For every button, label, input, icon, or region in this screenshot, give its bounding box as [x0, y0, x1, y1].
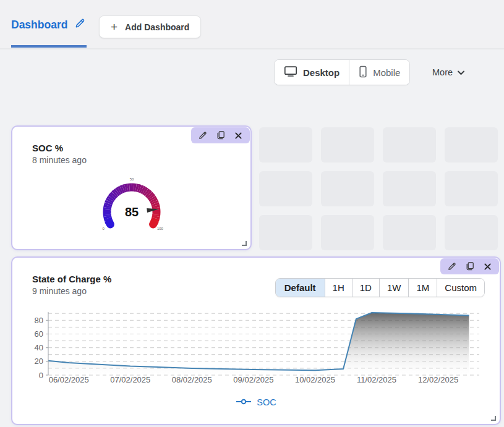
- tab-dashboard-label: Dashboard: [11, 19, 67, 32]
- edit-widget-icon[interactable]: [198, 130, 208, 140]
- gauge-widget-actions: [191, 127, 250, 143]
- copy-widget-icon[interactable]: [216, 130, 226, 140]
- gauge-resize-handle[interactable]: [242, 241, 247, 246]
- tab-bar: Dashboard + Add Dashboard: [0, 0, 504, 49]
- soc-gauge: 05010085: [85, 167, 178, 238]
- edit-widget-icon[interactable]: [447, 261, 457, 271]
- mobile-icon: [359, 66, 367, 80]
- time-range-group: Default1H1D1W1MCustom: [275, 278, 485, 297]
- placeholder-tile: [383, 127, 436, 163]
- svg-text:07/02/2025: 07/02/2025: [110, 375, 150, 384]
- plus-icon: +: [111, 21, 117, 33]
- desktop-label: Desktop: [303, 67, 340, 78]
- legend-label: SOC: [257, 397, 276, 407]
- placeholder-tile: [445, 171, 498, 206]
- placeholder-tile: [383, 171, 436, 206]
- chevron-down-icon: [458, 67, 464, 77]
- add-dashboard-button[interactable]: + Add Dashboard: [99, 15, 201, 38]
- desktop-icon: [284, 66, 297, 79]
- time-range-1m[interactable]: 1M: [408, 279, 437, 297]
- svg-text:100: 100: [156, 227, 163, 230]
- placeholder-grid: [259, 127, 498, 250]
- active-tab-underline: [11, 45, 87, 48]
- svg-text:11/02/2025: 11/02/2025: [357, 375, 396, 384]
- tab-dashboard[interactable]: Dashboard: [11, 17, 86, 32]
- chart-widget-actions: [440, 258, 499, 274]
- close-widget-icon[interactable]: [234, 131, 243, 140]
- svg-text:06/02/2025: 06/02/2025: [49, 375, 89, 384]
- time-range-1w[interactable]: 1W: [379, 279, 409, 297]
- more-label: More: [432, 67, 453, 77]
- svg-text:85: 85: [124, 205, 138, 219]
- chart-resize-handle[interactable]: [491, 416, 496, 421]
- state-of-charge-widget: State of Charge % 9 minutes ago Default1…: [11, 256, 501, 425]
- chart-widget-title: State of Charge %: [32, 274, 111, 284]
- placeholder-tile: [445, 127, 498, 163]
- time-range-default[interactable]: Default: [276, 279, 325, 297]
- add-dashboard-label: Add Dashboard: [125, 22, 189, 32]
- placeholder-tile: [383, 215, 436, 250]
- close-widget-icon[interactable]: [483, 262, 492, 271]
- device-view-toggle: Desktop Mobile: [274, 59, 410, 85]
- time-range-1h[interactable]: 1H: [325, 279, 352, 297]
- soc-gauge-widget: SOC % 8 minutes ago 05010085: [11, 125, 252, 250]
- placeholder-tile: [321, 215, 374, 250]
- placeholder-tile: [259, 127, 312, 163]
- chart-legend[interactable]: SOC: [12, 397, 500, 407]
- svg-text:0: 0: [39, 371, 43, 380]
- svg-text:50: 50: [129, 177, 134, 181]
- gauge-widget-title: SOC %: [32, 143, 87, 153]
- placeholder-tile: [259, 171, 312, 206]
- mobile-view-button[interactable]: Mobile: [349, 60, 409, 85]
- svg-text:40: 40: [35, 343, 43, 352]
- edit-dashboard-icon[interactable]: [74, 17, 86, 32]
- placeholder-tile: [259, 215, 312, 250]
- placeholder-tile: [321, 127, 374, 163]
- svg-text:12/02/2025: 12/02/2025: [418, 375, 458, 384]
- svg-text:09/02/2025: 09/02/2025: [233, 375, 273, 384]
- legend-marker: [236, 397, 252, 407]
- desktop-view-button[interactable]: Desktop: [275, 60, 349, 85]
- placeholder-tile: [321, 171, 374, 206]
- time-range-custom[interactable]: Custom: [437, 279, 484, 297]
- soc-chart: 02040608006/02/202507/02/202508/02/20250…: [17, 307, 496, 390]
- svg-text:10/02/2025: 10/02/2025: [295, 375, 335, 384]
- more-button[interactable]: More: [432, 67, 464, 77]
- placeholder-tile: [445, 215, 498, 250]
- time-range-1d[interactable]: 1D: [352, 279, 379, 297]
- svg-text:80: 80: [35, 316, 43, 325]
- chart-widget-updated: 9 minutes ago: [32, 286, 111, 296]
- copy-widget-icon[interactable]: [465, 261, 475, 271]
- gauge-widget-updated: 8 minutes ago: [32, 155, 87, 165]
- mobile-label: Mobile: [373, 67, 400, 78]
- svg-text:20: 20: [35, 357, 43, 366]
- svg-text:08/02/2025: 08/02/2025: [172, 375, 212, 384]
- svg-text:0: 0: [102, 227, 105, 230]
- svg-text:60: 60: [35, 329, 43, 339]
